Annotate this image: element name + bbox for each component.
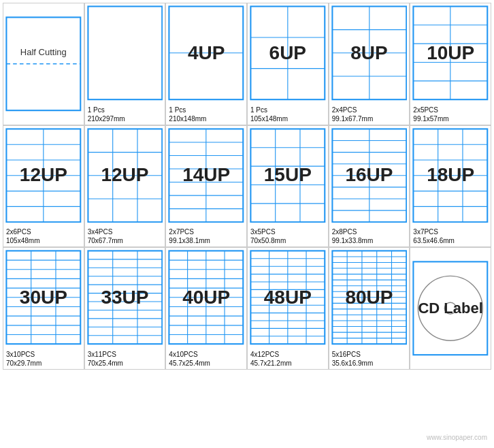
svg-point-139 [418, 276, 483, 340]
up-label-half-cutting: Half Cutting [20, 47, 67, 57]
cell-48up: 48UP4x12PCS45.7x21.2mm [247, 247, 329, 370]
preview-6up: 6UP [248, 3, 328, 103]
cell-6up: 6UP1 Pcs105x148mm [247, 3, 329, 125]
preview-30up: 30UP [3, 248, 84, 347]
label-line2-80up: 35.6x16.9mm [332, 359, 407, 368]
label-line2-10up: 99.1x57mm [413, 114, 488, 123]
preview-cd-label: CD Label [410, 248, 491, 369]
main-grid: Half Cutting1 Pcs210x297mm4UP1 Pcs210x14… [0, 0, 494, 372]
cell-4up: 4UP1 Pcs210x148mm [165, 3, 247, 125]
label-line2-4up: 210x148mm [169, 114, 244, 123]
preview-18up: 18UP [410, 126, 491, 225]
label-area-48up: 4x12PCS45.7x21.2mm [248, 347, 328, 369]
label-area-14up: 2x7PCS99.1x38.1mm [166, 225, 246, 246]
cell-1up: 1 Pcs210x297mm [84, 3, 166, 125]
label-line2-6up: 105x148mm [250, 114, 325, 123]
label-area-80up: 5x16PCS35.6x16.9mm [329, 347, 410, 369]
label-area-16up: 2x8PCS99.1x33.8mm [329, 225, 410, 246]
label-line1-18up: 3x7PCS [413, 227, 488, 236]
label-line2-14up: 99.1x38.1mm [169, 236, 244, 245]
preview-14up: 14UP [166, 126, 246, 225]
cell-16up: 16UP2x8PCS99.1x33.8mm [329, 125, 410, 248]
cell-18up: 18UP3x7PCS63.5x46.6mm [410, 125, 491, 248]
label-line1-4up: 1 Pcs [169, 106, 244, 114]
label-line2-1up: 210x297mm [88, 114, 163, 123]
preview-40up: 40UP [166, 248, 246, 347]
label-line1-12up-a: 2x6PCS [6, 227, 81, 236]
cell-cd-label: CD Label [410, 247, 491, 370]
label-line1-14up: 2x7PCS [169, 227, 244, 236]
label-area-4up: 1 Pcs210x148mm [166, 103, 246, 125]
label-line2-33up: 70x25.4mm [88, 359, 163, 368]
label-line2-40up: 45.7x25.4mm [169, 359, 244, 368]
label-line1-10up: 2x5PCS [413, 106, 488, 114]
preview-4up: 4UP [166, 3, 246, 103]
label-area-8up: 2x4PCS99.1x67.7mm [329, 103, 410, 125]
label-area-40up: 4x10PCS45.7x25.4mm [166, 347, 246, 369]
preview-12up-a: 12UP [3, 126, 84, 225]
cell-10up: 10UP2x5PCS99.1x57mm [410, 3, 491, 125]
label-line2-30up: 70x29.7mm [6, 359, 81, 368]
preview-33up: 33UP [85, 248, 165, 347]
label-line2-12up-b: 70x67.7mm [88, 236, 163, 245]
label-line2-48up: 45.7x21.2mm [250, 359, 325, 368]
label-line2-16up: 99.1x33.8mm [332, 236, 407, 245]
label-line1-40up: 4x10PCS [169, 350, 244, 359]
svg-point-140 [445, 302, 457, 314]
label-line1-48up: 4x12PCS [250, 350, 325, 359]
label-line2-15up: 70x50.8mm [250, 236, 325, 245]
cell-12up-a: 12UP2x6PCS105x48mm [3, 125, 84, 248]
label-line1-8up: 2x4PCS [332, 106, 407, 114]
label-line1-1up: 1 Pcs [88, 106, 163, 114]
label-area-12up-a: 2x6PCS105x48mm [3, 225, 84, 246]
label-line2-12up-a: 105x48mm [6, 236, 81, 245]
label-area-10up: 2x5PCS99.1x57mm [410, 103, 491, 125]
label-area-6up: 1 Pcs105x148mm [248, 103, 328, 125]
label-area-30up: 3x10PCS70x29.7mm [3, 347, 84, 369]
cell-30up: 30UP3x10PCS70x29.7mm [3, 247, 84, 370]
preview-16up: 16UP [329, 126, 410, 225]
watermark: www.sinopaper.com [427, 434, 487, 441]
preview-12up-b: 12UP [85, 126, 165, 225]
label-line1-16up: 2x8PCS [332, 227, 407, 236]
preview-48up: 48UP [248, 248, 328, 347]
cell-half-cutting: Half Cutting [3, 3, 84, 125]
label-area-18up: 3x7PCS63.5x46.6mm [410, 225, 491, 246]
label-area-33up: 3x11PCS70x25.4mm [85, 347, 165, 369]
cell-80up: 80UP5x16PCS35.6x16.9mm [329, 247, 410, 370]
label-line1-12up-b: 3x4PCS [88, 227, 163, 236]
label-area-12up-b: 3x4PCS70x67.7mm [85, 225, 165, 246]
cell-40up: 40UP4x10PCS45.7x25.4mm [165, 247, 247, 370]
cell-33up: 33UP3x11PCS70x25.4mm [84, 247, 166, 370]
cell-14up: 14UP2x7PCS99.1x38.1mm [165, 125, 247, 248]
label-line1-80up: 5x16PCS [332, 350, 407, 359]
svg-rect-41 [250, 129, 325, 222]
preview-10up: 10UP [410, 3, 491, 103]
label-line2-8up: 99.1x67.7mm [332, 114, 407, 123]
label-line1-6up: 1 Pcs [250, 106, 325, 114]
label-line2-18up: 63.5x46.6mm [413, 236, 488, 245]
label-line1-33up: 3x11PCS [88, 350, 163, 359]
preview-half-cutting: Half Cutting [3, 3, 84, 125]
preview-8up: 8UP [329, 3, 410, 103]
svg-rect-2 [88, 6, 162, 99]
cell-8up: 8UP2x4PCS99.1x67.7mm [329, 3, 410, 125]
cell-12up-b: 12UP3x4PCS70x67.7mm [84, 125, 166, 248]
preview-1up [85, 3, 165, 103]
preview-80up: 80UP [329, 248, 410, 347]
label-line1-30up: 3x10PCS [6, 350, 81, 359]
label-area-1up: 1 Pcs210x297mm [85, 103, 165, 125]
label-area-15up: 3x5PCS70x50.8mm [248, 225, 328, 246]
svg-rect-77 [88, 251, 162, 345]
label-line1-15up: 3x5PCS [250, 227, 325, 236]
cell-15up: 15UP3x5PCS70x50.8mm [247, 125, 329, 248]
preview-15up: 15UP [248, 126, 328, 225]
